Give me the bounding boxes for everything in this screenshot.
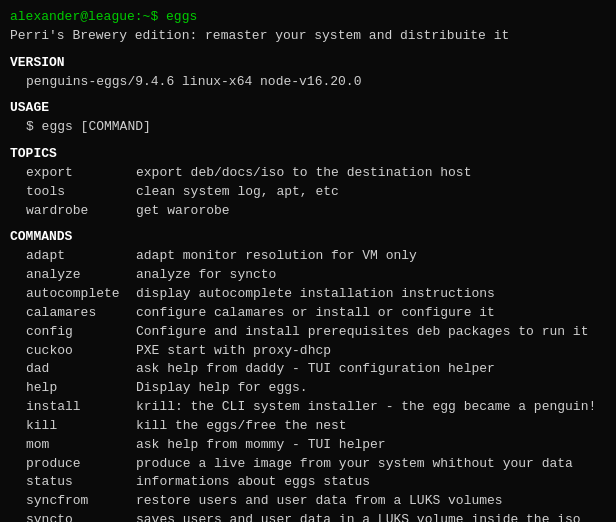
command-desc: produce a live image from your system wh… [136, 455, 606, 474]
command-name: dad [26, 360, 136, 379]
command-desc: Configure and install prerequisites deb … [136, 323, 606, 342]
command-desc: ask help from mommy - TUI helper [136, 436, 606, 455]
command-row: calamaresconfigure calamares or install … [26, 304, 606, 323]
command-desc: informations about eggs status [136, 473, 606, 492]
tagline: Perri's Brewery edition: remaster your s… [10, 27, 606, 46]
command-row: killkill the eggs/free the nest [26, 417, 606, 436]
command-row: produceproduce a live image from your sy… [26, 455, 606, 474]
command-desc: ask help from daddy - TUI configuration … [136, 360, 606, 379]
topic-row: wardrobeget warorobe [26, 202, 606, 221]
command-desc: display autocomplete installation instru… [136, 285, 606, 304]
command-row: momask help from mommy - TUI helper [26, 436, 606, 455]
command-row: installkrill: the CLI system installer -… [26, 398, 606, 417]
usage-value: $ eggs [COMMAND] [10, 118, 606, 137]
topic-desc: clean system log, apt, etc [136, 183, 606, 202]
command-name: config [26, 323, 136, 342]
command-row: autocompletedisplay autocomplete install… [26, 285, 606, 304]
command-desc: adapt monitor resolution for VM only [136, 247, 606, 266]
command-name: autocomplete [26, 285, 136, 304]
topic-name: wardrobe [26, 202, 136, 221]
topic-desc: get warorobe [136, 202, 606, 221]
command-desc: krill: the CLI system installer - the eg… [136, 398, 606, 417]
command-row: synctosaves users and user data in a LUK… [26, 511, 606, 522]
command-desc: PXE start with proxy-dhcp [136, 342, 606, 361]
topic-row: toolsclean system log, apt, etc [26, 183, 606, 202]
command-name: help [26, 379, 136, 398]
command-desc: analyze for syncto [136, 266, 606, 285]
command-row: dadask help from daddy - TUI configurati… [26, 360, 606, 379]
command-row: syncfromrestore users and user data from… [26, 492, 606, 511]
topic-name: export [26, 164, 136, 183]
command-name: mom [26, 436, 136, 455]
command-row: cuckooPXE start with proxy-dhcp [26, 342, 606, 361]
command-name: kill [26, 417, 136, 436]
usage-header: USAGE [10, 99, 606, 118]
command-name: install [26, 398, 136, 417]
topics-header: TOPICS [10, 145, 606, 164]
command-name: cuckoo [26, 342, 136, 361]
command-name: syncto [26, 511, 136, 522]
command-name: adapt [26, 247, 136, 266]
command-desc: configure calamares or install or config… [136, 304, 606, 323]
command-row: configConfigure and install prerequisite… [26, 323, 606, 342]
terminal-window: alexander@league:~$ eggs Perri's Brewery… [10, 8, 606, 522]
command-name: syncfrom [26, 492, 136, 511]
commands-list: adaptadapt monitor resolution for VM onl… [10, 247, 606, 522]
topic-desc: export deb/docs/iso to the destination h… [136, 164, 606, 183]
command-desc: Display help for eggs. [136, 379, 606, 398]
command-name: status [26, 473, 136, 492]
version-value: penguins-eggs/9.4.6 linux-x64 node-v16.2… [10, 73, 606, 92]
command-name: analyze [26, 266, 136, 285]
command-desc: kill the eggs/free the nest [136, 417, 606, 436]
command-row: statusinformations about eggs status [26, 473, 606, 492]
topic-name: tools [26, 183, 136, 202]
command-row: adaptadapt monitor resolution for VM onl… [26, 247, 606, 266]
topic-row: exportexport deb/docs/iso to the destina… [26, 164, 606, 183]
command-desc: restore users and user data from a LUKS … [136, 492, 606, 511]
command-row: helpDisplay help for eggs. [26, 379, 606, 398]
version-header: VERSION [10, 54, 606, 73]
prompt-text: alexander@league:~$ eggs [10, 9, 197, 24]
command-name: calamares [26, 304, 136, 323]
command-row: analyzeanalyze for syncto [26, 266, 606, 285]
command-name: produce [26, 455, 136, 474]
prompt-line: alexander@league:~$ eggs [10, 8, 606, 27]
commands-header: COMMANDS [10, 228, 606, 247]
topics-list: exportexport deb/docs/iso to the destina… [10, 164, 606, 221]
command-desc: saves users and user data in a LUKS volu… [136, 511, 606, 522]
